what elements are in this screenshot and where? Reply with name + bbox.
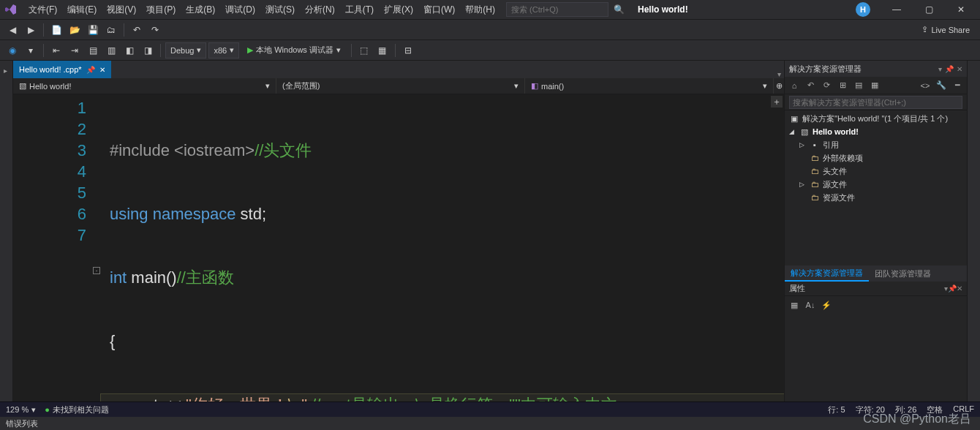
fold-icon[interactable]: -	[93, 267, 100, 274]
tree-src[interactable]: ▷🗀源文件	[785, 178, 967, 191]
menu-analyze[interactable]: 分析(N)	[300, 1, 340, 19]
minimize-button[interactable]: ―	[882, 0, 911, 20]
tree-headers[interactable]: 🗀头文件	[785, 165, 967, 178]
live-share[interactable]: ⇪Live Share	[921, 25, 970, 34]
outdent-icon[interactable]: ⇤	[48, 42, 64, 59]
home-icon[interactable]: ⌂	[788, 79, 801, 92]
tool3-icon[interactable]: ⊟	[400, 42, 416, 59]
menu-build[interactable]: 生成(B)	[181, 1, 220, 19]
menu-window[interactable]: 窗口(W)	[418, 1, 460, 19]
search-icon[interactable]: 🔍	[611, 2, 626, 17]
vs-logo-icon	[4, 3, 18, 16]
menu-debug[interactable]: 调试(D)	[220, 1, 260, 19]
az-icon[interactable]: A↓	[804, 298, 817, 312]
menu-tools[interactable]: 工具(T)	[340, 1, 379, 19]
tab-team-explorer[interactable]: 团队资源管理器	[869, 265, 937, 282]
zoom-level[interactable]: 129 %▾	[6, 405, 36, 415]
start-icon[interactable]: ◉	[4, 42, 20, 59]
split-icon[interactable]: ⊕	[774, 81, 784, 91]
comment-icon[interactable]: ▤	[85, 42, 101, 59]
uncomment-icon[interactable]: ▥	[103, 42, 119, 59]
col-indicator[interactable]: 列: 26	[895, 404, 916, 415]
tool-icon[interactable]: ▤	[852, 79, 865, 92]
main-area: ▸ Hello world! .cpp* 📌 ✕ ▾ ▧Hello world!…	[0, 61, 980, 401]
tree-solution[interactable]: ▣解决方案"Hello world! "(1 个项目/共 1 个)	[785, 112, 967, 125]
menu-file[interactable]: 文件(F)	[23, 1, 62, 19]
pin-icon[interactable]: 📌	[86, 66, 95, 74]
user-avatar[interactable]: H	[856, 2, 870, 17]
menu-project[interactable]: 项目(P)	[141, 1, 181, 19]
char-indicator[interactable]: 字符: 20	[856, 404, 885, 415]
menu-ext[interactable]: 扩展(X)	[379, 1, 418, 19]
tree-res[interactable]: 🗀资源文件	[785, 191, 967, 204]
solution-search[interactable]	[785, 94, 967, 110]
expand-icon[interactable]: ▷	[799, 181, 807, 188]
open-icon[interactable]: 📂	[67, 22, 83, 38]
tool1-icon[interactable]: ⬚	[356, 42, 372, 59]
wrench-icon[interactable]: 🔧	[935, 79, 948, 92]
file-tabs: Hello world! .cpp* 📌 ✕ ▾	[13, 61, 784, 78]
code-content[interactable]: #include <iostream>//头文件 using namespace…	[101, 94, 784, 401]
menu-test[interactable]: 测试(S)	[260, 1, 300, 19]
insert-mode[interactable]: 空格	[927, 404, 943, 415]
tree-refs[interactable]: ▷▪引用	[785, 138, 967, 151]
expand-icon[interactable]: ◢	[789, 128, 796, 135]
tab-solution-explorer[interactable]: 解决方案资源管理器	[785, 265, 869, 282]
save-icon[interactable]: 💾	[85, 22, 101, 38]
encoding[interactable]: CRLF	[953, 404, 974, 415]
search-input[interactable]	[511, 5, 603, 14]
events-icon[interactable]: ⚡	[820, 298, 833, 312]
close-icon[interactable]: ✕	[957, 284, 962, 293]
issues-status[interactable]: ●未找到相关问题	[45, 404, 109, 415]
platform-dropdown[interactable]: x86▾	[208, 42, 239, 59]
cpp-project-icon: ▧	[799, 127, 810, 137]
file-tab-active[interactable]: Hello world! .cpp* 📌 ✕	[13, 61, 111, 78]
server-explorer-tab[interactable]: ▸	[0, 64, 11, 78]
nav-back-icon[interactable]: ◀	[4, 22, 20, 38]
view-code-icon[interactable]: <>	[919, 79, 932, 92]
undo-icon[interactable]: ↶	[129, 22, 145, 38]
menu-view[interactable]: 视图(V)	[102, 1, 141, 19]
code-editor[interactable]: ＋ 1234567 #include <iostream>//头文件 using…	[13, 94, 784, 401]
saveall-icon[interactable]: 🗂	[103, 22, 119, 38]
redo-icon[interactable]: ↷	[147, 22, 163, 38]
expand-icon[interactable]: ▷	[799, 141, 807, 148]
menu-edit[interactable]: 编辑(E)	[62, 1, 102, 19]
pin-icon[interactable]: ▾	[938, 65, 942, 73]
tab-overflow-icon[interactable]: ▾	[777, 70, 781, 78]
new-file-icon[interactable]: 📄	[48, 22, 64, 38]
solution-tree[interactable]: ▣解决方案"Hello world! "(1 个项目/共 1 个) ◢▧Hell…	[785, 110, 967, 265]
nav-fwd-icon[interactable]: ▶	[23, 22, 39, 38]
bookmark2-icon[interactable]: ◨	[140, 42, 156, 59]
auto-hide-icon[interactable]: 📌	[945, 65, 954, 73]
solution-search-input[interactable]	[789, 96, 962, 109]
config-dropdown[interactable]: Debug▾	[165, 42, 206, 59]
tool-icon[interactable]: ⊞	[836, 79, 849, 92]
chevron-down-icon: ▾	[197, 45, 201, 55]
error-list-bar[interactable]: 错误列表	[0, 417, 980, 430]
back-icon[interactable]: ↶	[804, 79, 817, 92]
nav-scope[interactable]: ▧Hello world!▾	[13, 78, 276, 94]
tree-extdeps[interactable]: 🗀外部依赖项	[785, 151, 967, 165]
menu-help[interactable]: 帮助(H)	[460, 1, 500, 19]
auto-hide-icon[interactable]: 📌	[948, 284, 957, 293]
close-button[interactable]: ✕	[946, 0, 976, 20]
tree-project[interactable]: ◢▧Hello world!	[785, 125, 967, 138]
nav-bar: ▧Hello world!▾ (全局范围)▾ ◧main()▾ ⊕	[13, 78, 784, 94]
line-indicator[interactable]: 行: 5	[828, 404, 845, 415]
global-search[interactable]	[506, 2, 608, 17]
sync-icon[interactable]: ⟳	[820, 79, 833, 92]
indent-icon[interactable]: ⇥	[67, 42, 83, 59]
nav-member[interactable]: ◧main()▾	[525, 78, 774, 94]
tool-icon[interactable]: ▦	[868, 79, 881, 92]
run-button[interactable]: ▶本地 Windows 调试器▾	[241, 42, 347, 59]
filter-icon[interactable]: ━	[951, 79, 964, 92]
cat-icon[interactable]: ▦	[788, 298, 801, 312]
dropdown-icon[interactable]: ▾	[23, 42, 39, 59]
nav-fn[interactable]: (全局范围)▾	[276, 78, 525, 94]
bookmark-icon[interactable]: ◧	[121, 42, 137, 59]
close-icon[interactable]: ✕	[957, 65, 962, 73]
close-icon[interactable]: ✕	[99, 66, 105, 74]
maximize-button[interactable]: ▢	[914, 0, 943, 20]
tool2-icon[interactable]: ▦	[374, 42, 391, 59]
